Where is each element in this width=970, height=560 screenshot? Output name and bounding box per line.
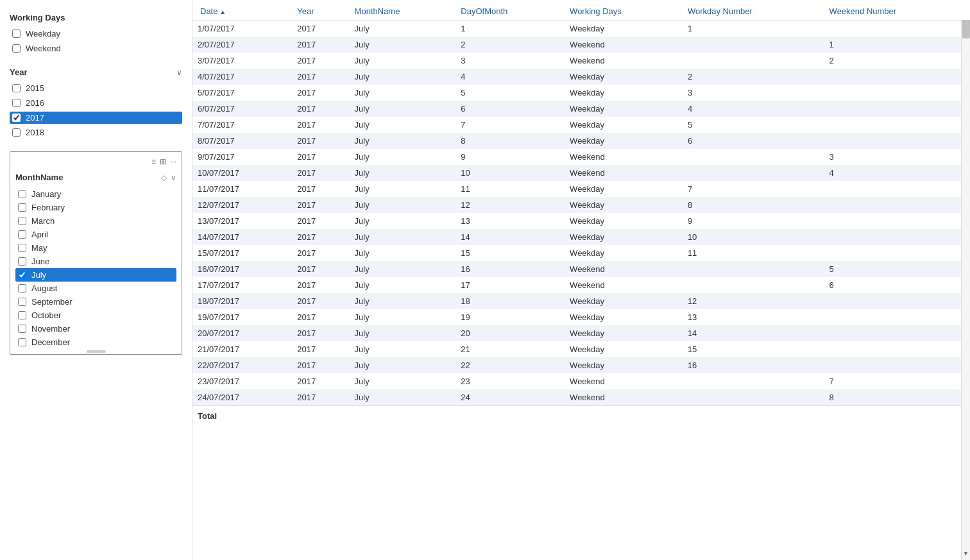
cell-date: 22/07/2017 bbox=[192, 357, 292, 373]
month-checkbox-august[interactable] bbox=[18, 284, 26, 293]
year-label-2017: 2017 bbox=[26, 113, 44, 123]
cell-dayofmonth: 23 bbox=[455, 373, 565, 389]
month-item-june[interactable]: June bbox=[15, 255, 176, 268]
cell-weekendnumber bbox=[824, 101, 970, 117]
weekday-label: Weekday bbox=[26, 29, 60, 38]
cell-date: 2/07/2017 bbox=[192, 37, 292, 53]
month-filter-panel: ≡ ⊞ ··· MonthName ◇ ∨ JanuaryFebruaryMar… bbox=[10, 151, 182, 355]
month-checkbox-march[interactable] bbox=[18, 217, 26, 225]
month-item-december[interactable]: December bbox=[15, 335, 176, 349]
table-row: 18/07/20172017July18Weekday12 bbox=[192, 293, 970, 309]
month-item-february[interactable]: February bbox=[15, 201, 176, 214]
cell-workingdays: Weekday bbox=[565, 325, 683, 341]
year-checkbox-2018[interactable] bbox=[12, 128, 21, 137]
toolbar-more-icon[interactable]: ··· bbox=[170, 157, 176, 166]
weekday-filter-item[interactable]: Weekday bbox=[10, 28, 182, 40]
month-item-november[interactable]: November bbox=[15, 322, 176, 335]
month-checkbox-may[interactable] bbox=[18, 244, 26, 252]
year-item-2015[interactable]: 2015 bbox=[10, 82, 182, 94]
month-item-april[interactable]: April bbox=[15, 228, 176, 241]
cell-weekendnumber: 4 bbox=[824, 165, 970, 181]
cell-workingdays: Weekday bbox=[565, 197, 683, 213]
month-checkbox-april[interactable] bbox=[18, 230, 26, 239]
year-checkbox-2017[interactable] bbox=[12, 114, 21, 122]
cell-dayofmonth: 24 bbox=[455, 389, 565, 406]
cell-weekendnumber bbox=[824, 325, 970, 341]
scrollbar-right[interactable]: ▲ ▼ bbox=[961, 0, 970, 560]
cell-monthname: July bbox=[350, 309, 456, 325]
col-header-date[interactable]: Date bbox=[192, 0, 292, 21]
cell-workingdays: Weekday bbox=[565, 21, 683, 37]
month-checkbox-july[interactable] bbox=[18, 271, 26, 279]
col-header-workdaynumber[interactable]: Workday Number bbox=[683, 0, 824, 21]
month-checkbox-november[interactable] bbox=[18, 325, 26, 333]
month-checkbox-december[interactable] bbox=[18, 338, 26, 346]
col-header-year[interactable]: Year bbox=[292, 0, 349, 21]
cell-workdaynumber: 7 bbox=[683, 181, 824, 197]
month-label-august: August bbox=[31, 284, 57, 293]
year-expand-icon[interactable]: ∨ bbox=[176, 68, 182, 77]
month-item-august[interactable]: August bbox=[15, 282, 176, 295]
year-checkbox-2015[interactable] bbox=[12, 84, 21, 92]
cell-monthname: July bbox=[350, 53, 456, 69]
col-header-workingdays[interactable]: Working Days bbox=[565, 0, 683, 21]
cell-year: 2017 bbox=[292, 293, 349, 309]
working-days-title: Working Days bbox=[10, 13, 182, 22]
col-header-monthname[interactable]: MonthName bbox=[350, 0, 456, 21]
cell-year: 2017 bbox=[292, 309, 349, 325]
toolbar-lines-icon[interactable]: ≡ bbox=[151, 157, 156, 166]
year-checkbox-2016[interactable] bbox=[12, 99, 21, 107]
cell-monthname: July bbox=[350, 213, 456, 229]
year-item-2016[interactable]: 2016 bbox=[10, 97, 182, 109]
month-checkbox-october[interactable] bbox=[18, 311, 26, 319]
cell-workdaynumber bbox=[683, 149, 824, 165]
toolbar-grid-icon[interactable]: ⊞ bbox=[160, 157, 166, 166]
cell-year: 2017 bbox=[292, 197, 349, 213]
weekday-checkbox[interactable] bbox=[12, 30, 21, 38]
year-item-2018[interactable]: 2018 bbox=[10, 126, 182, 139]
year-list: 2015201620172018 bbox=[10, 82, 182, 139]
month-label-november: November bbox=[31, 324, 70, 334]
year-title: Year bbox=[10, 67, 27, 77]
month-item-january[interactable]: January bbox=[15, 187, 176, 201]
cell-weekendnumber bbox=[824, 309, 970, 325]
cell-workingdays: Weekend bbox=[565, 37, 683, 53]
scrollbar-track: ▲ ▼ bbox=[962, 0, 970, 560]
year-item-2017[interactable]: 2017 bbox=[10, 112, 182, 124]
cell-date: 7/07/2017 bbox=[192, 117, 292, 133]
cell-date: 5/07/2017 bbox=[192, 85, 292, 101]
clear-filter-icon[interactable]: ◇ bbox=[161, 173, 167, 182]
col-header-dayofmonth[interactable]: DayOfMonth bbox=[455, 0, 565, 21]
weekend-filter-item[interactable]: Weekend bbox=[10, 42, 182, 55]
year-section-header: Year ∨ bbox=[10, 67, 182, 77]
table-row: 7/07/20172017July7Weekday5 bbox=[192, 117, 970, 133]
cell-monthname: July bbox=[350, 69, 456, 85]
month-item-march[interactable]: March bbox=[15, 214, 176, 228]
cell-workingdays: Weekend bbox=[565, 165, 683, 181]
month-checkbox-january[interactable] bbox=[18, 190, 26, 198]
month-checkbox-june[interactable] bbox=[18, 257, 26, 266]
table-row: 1/07/20172017July1Weekday1 bbox=[192, 21, 970, 37]
cell-date: 13/07/2017 bbox=[192, 213, 292, 229]
expand-month-icon[interactable]: ∨ bbox=[171, 173, 176, 182]
cell-dayofmonth: 9 bbox=[455, 149, 565, 165]
cell-dayofmonth: 18 bbox=[455, 293, 565, 309]
cell-workingdays: Weekend bbox=[565, 373, 683, 389]
cell-workdaynumber bbox=[683, 261, 824, 277]
cell-weekendnumber bbox=[824, 341, 970, 357]
panel-resize-handle[interactable] bbox=[87, 350, 106, 353]
month-checkbox-september[interactable] bbox=[18, 298, 26, 306]
cell-weekendnumber bbox=[824, 133, 970, 149]
month-item-october[interactable]: October bbox=[15, 309, 176, 322]
month-checkbox-february[interactable] bbox=[18, 203, 26, 212]
col-header-weekendnumber[interactable]: Weekend Number bbox=[824, 0, 970, 21]
weekend-checkbox[interactable] bbox=[12, 44, 21, 53]
month-item-july[interactable]: July bbox=[15, 268, 176, 282]
cell-dayofmonth: 8 bbox=[455, 133, 565, 149]
month-item-september[interactable]: September bbox=[15, 295, 176, 309]
cell-weekendnumber: 3 bbox=[824, 149, 970, 165]
left-filter-panel: Working Days Weekday Weekend Year ∨ 2015… bbox=[0, 0, 192, 560]
month-item-may[interactable]: May bbox=[15, 241, 176, 255]
scroll-down-button[interactable]: ▼ bbox=[962, 547, 970, 560]
cell-year: 2017 bbox=[292, 325, 349, 341]
